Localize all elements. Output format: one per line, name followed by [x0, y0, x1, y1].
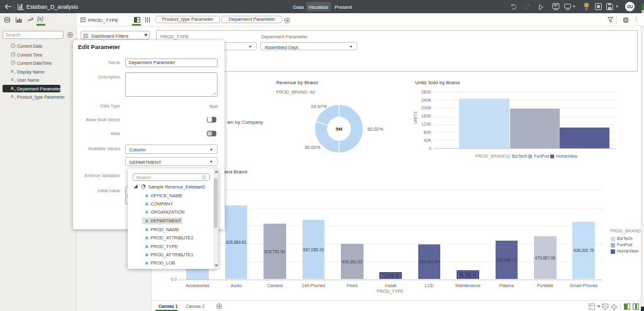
svg-text:A: A — [11, 86, 14, 91]
svg-text:A: A — [11, 94, 14, 99]
svg-text:A: A — [11, 69, 14, 74]
svg-text:5M: 5M — [336, 126, 342, 132]
svg-text:A: A — [11, 77, 14, 82]
